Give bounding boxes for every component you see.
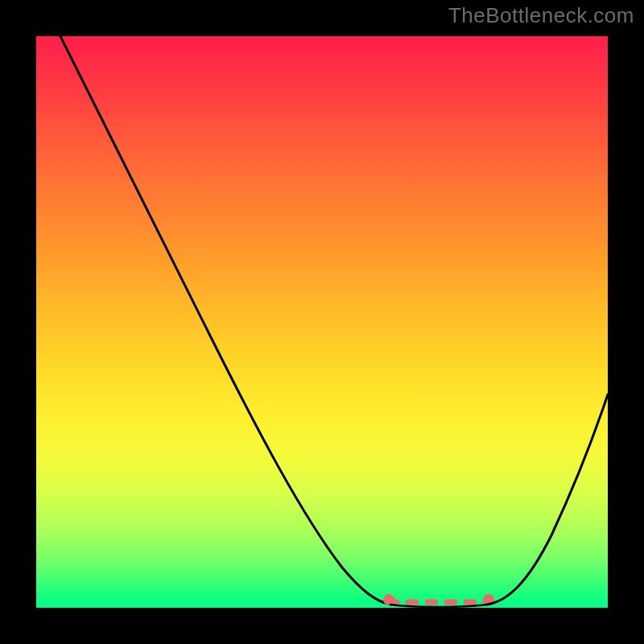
watermark-text: TheBottleneck.com [448,3,634,28]
plot-area [36,36,608,608]
curve-right [487,394,608,605]
chart-frame: TheBottleneck.com [0,0,644,644]
curve-left [60,36,390,605]
valley-dot-left [383,594,394,605]
curve-svg [36,36,608,608]
